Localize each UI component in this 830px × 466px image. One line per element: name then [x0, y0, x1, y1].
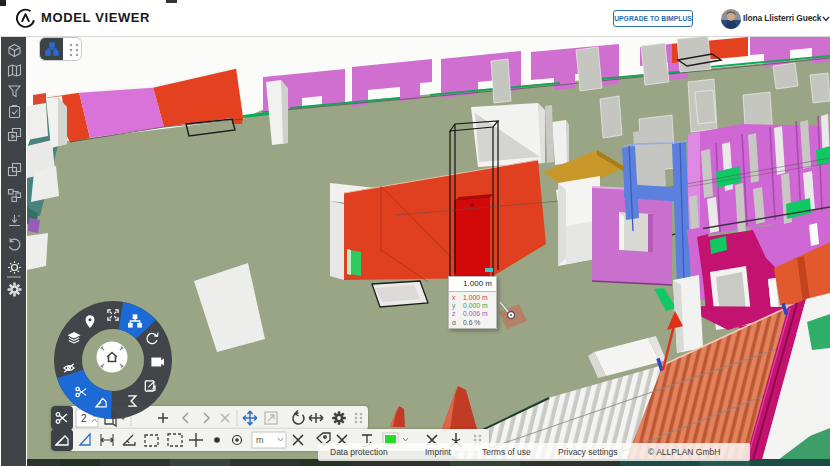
- svg-text:m: m: [256, 435, 264, 445]
